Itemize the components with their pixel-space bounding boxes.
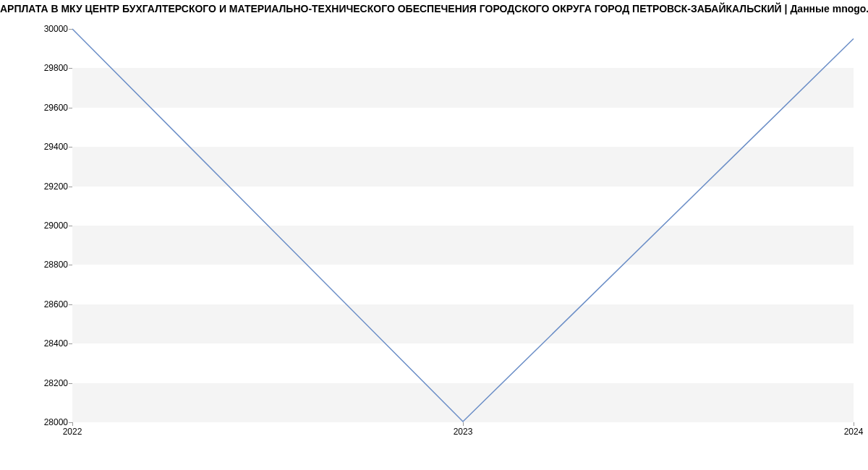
x-tick-label: 2023 bbox=[454, 427, 473, 437]
y-tick-label: 29800 bbox=[32, 63, 68, 73]
x-tick-mark bbox=[854, 422, 854, 426]
x-tick-label: 2024 bbox=[844, 427, 864, 437]
y-tick-mark bbox=[69, 108, 72, 108]
y-tick-label: 29600 bbox=[32, 103, 68, 113]
y-tick-label: 28800 bbox=[32, 260, 68, 270]
data-line bbox=[72, 29, 854, 422]
y-tick-mark bbox=[69, 343, 72, 344]
y-tick-label: 28200 bbox=[32, 378, 68, 388]
plot-area bbox=[72, 29, 854, 422]
y-tick-label: 30000 bbox=[32, 24, 68, 34]
y-tick-label: 29200 bbox=[32, 181, 68, 192]
y-tick-label: 29400 bbox=[32, 142, 68, 152]
x-tick-mark bbox=[72, 422, 73, 426]
y-tick-label: 28600 bbox=[32, 299, 68, 309]
y-tick-mark bbox=[69, 147, 72, 148]
y-tick-label: 29000 bbox=[32, 221, 68, 231]
y-tick-mark bbox=[69, 265, 72, 265]
x-tick-mark bbox=[463, 422, 464, 426]
line-plot-svg bbox=[72, 29, 854, 422]
y-tick-mark bbox=[69, 29, 72, 30]
y-tick-label: 28000 bbox=[32, 417, 68, 427]
chart-title: АРПЛАТА В МКУ ЦЕНТР БУХГАЛТЕРСКОГО И МАТ… bbox=[0, 0, 868, 14]
y-tick-mark bbox=[69, 187, 72, 187]
y-tick-mark bbox=[69, 383, 72, 384]
chart-container: 2800028200284002860028800290002920029400… bbox=[0, 17, 868, 451]
y-tick-mark bbox=[69, 226, 72, 226]
y-tick-mark bbox=[69, 304, 72, 305]
x-tick-label: 2022 bbox=[63, 427, 82, 437]
y-tick-mark bbox=[69, 68, 72, 69]
y-tick-label: 28400 bbox=[32, 338, 68, 349]
